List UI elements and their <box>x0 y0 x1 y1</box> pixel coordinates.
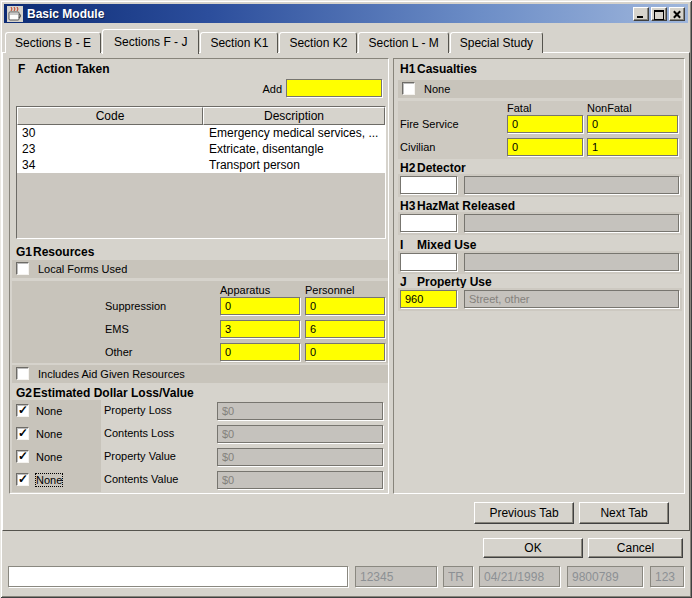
table-row[interactable]: 30 Emergency medical services, ... <box>17 125 385 141</box>
contents-value-row: None Contents Value <box>10 471 388 489</box>
right-group: H1Casualties None Fatal NonFatal Fire Se… <box>393 58 685 494</box>
table-empty-area <box>17 173 385 238</box>
suppression-personnel-input[interactable] <box>305 297 385 315</box>
property-use-code-input[interactable] <box>400 290 457 308</box>
property-loss-input[interactable] <box>217 402 383 420</box>
table-header-row: Code Description <box>17 107 385 125</box>
casualties-none-checkbox[interactable] <box>402 82 415 95</box>
mixed-use-row <box>398 251 682 274</box>
none-label: None <box>36 428 62 440</box>
tab-panel: FAction Taken Add Code Description 30 Em… <box>2 52 690 531</box>
table-row[interactable]: 34 Transport person <box>17 157 385 173</box>
ok-button[interactable]: OK <box>483 538 583 558</box>
includes-aid-strip: Includes Aid Given Resources <box>12 365 388 383</box>
tab-section-l-m[interactable]: Section L - M <box>358 32 448 53</box>
add-input[interactable] <box>286 79 382 97</box>
fire-service-label: Fire Service <box>400 118 459 130</box>
none-label: None <box>36 451 62 463</box>
casualties-none-strip: None <box>398 80 682 98</box>
suppression-apparatus-input[interactable] <box>220 297 300 315</box>
includes-aid-label: Includes Aid Given Resources <box>38 368 185 380</box>
property-use-heading: JProperty Use <box>400 275 492 289</box>
property-use-description-input[interactable] <box>464 290 679 308</box>
table-row[interactable]: 23 Extricate, disentangle <box>17 141 385 157</box>
table-header-code[interactable]: Code <box>17 107 203 125</box>
civilian-label: Civilian <box>400 141 435 153</box>
contents-loss-input[interactable] <box>217 425 383 443</box>
mixed-use-code-input[interactable] <box>400 253 457 271</box>
status-field-6[interactable] <box>650 566 684 587</box>
status-field-5[interactable] <box>567 566 643 587</box>
tab-section-k1[interactable]: Section K1 <box>200 32 278 53</box>
personnel-header: Personnel <box>305 284 355 296</box>
status-field-3[interactable] <box>443 566 473 587</box>
casualties-heading: H1Casualties <box>400 62 477 76</box>
add-label: Add <box>250 83 282 95</box>
mixed-use-heading: IMixed Use <box>400 238 476 252</box>
other-personnel-input[interactable] <box>305 343 385 361</box>
maximize-button[interactable] <box>651 7 667 21</box>
detector-description-input[interactable] <box>464 176 679 194</box>
detector-code-input[interactable] <box>400 176 457 194</box>
previous-tab-button[interactable]: Previous Tab <box>474 502 574 524</box>
ems-personnel-input[interactable] <box>305 320 385 338</box>
tab-sections-b-e[interactable]: Sections B - E <box>5 32 101 53</box>
civilian-nonfatal-input[interactable] <box>587 138 678 156</box>
local-forms-strip: Local Forms Used <box>12 260 388 278</box>
property-value-label: Property Value <box>104 450 176 462</box>
status-field-2[interactable] <box>355 566 437 587</box>
status-main-input[interactable] <box>8 566 348 587</box>
detector-heading: H2Detector <box>400 161 466 175</box>
action-taken-heading: FAction Taken <box>18 62 109 76</box>
property-value-input[interactable] <box>217 448 383 466</box>
fatal-header: Fatal <box>507 102 531 114</box>
next-tab-button[interactable]: Next Tab <box>579 502 669 524</box>
close-button[interactable] <box>669 7 685 21</box>
hazmat-code-input[interactable] <box>400 214 457 232</box>
other-label: Other <box>105 346 133 358</box>
table-body: 30 Emergency medical services, ... 23 Ex… <box>17 125 385 173</box>
property-loss-label: Property Loss <box>104 404 172 416</box>
window: Basic Module Sections B - E Sections F -… <box>0 0 692 598</box>
minimize-button[interactable] <box>633 7 649 21</box>
contents-loss-row: None Contents Loss <box>10 425 388 443</box>
none-label: None <box>36 405 62 417</box>
cancel-button[interactable]: Cancel <box>588 538 683 558</box>
dollar-loss-heading: G2Estimated Dollar Loss/Value <box>16 386 194 400</box>
local-forms-label: Local Forms Used <box>38 263 127 275</box>
includes-aid-checkbox[interactable] <box>16 367 29 380</box>
property-value-row: None Property Value <box>10 448 388 466</box>
other-apparatus-input[interactable] <box>220 343 300 361</box>
mixed-use-description-input[interactable] <box>464 253 679 271</box>
civilian-fatal-input[interactable] <box>507 138 583 156</box>
contents-value-label: Contents Value <box>104 473 178 485</box>
status-field-4[interactable] <box>479 566 560 587</box>
property-value-none-checkbox[interactable] <box>16 450 29 463</box>
suppression-label: Suppression <box>105 300 166 312</box>
fire-service-nonfatal-input[interactable] <box>587 115 678 133</box>
local-forms-checkbox[interactable] <box>16 262 29 275</box>
action-taken-table: Code Description 30 Emergency medical se… <box>16 106 386 239</box>
casualties-grid: Fatal NonFatal Fire Service Civilian <box>398 101 682 159</box>
detector-row <box>398 174 682 197</box>
tab-sections-f-j[interactable]: Sections F - J <box>102 29 199 54</box>
app-icon <box>7 6 23 22</box>
ems-label: EMS <box>105 323 129 335</box>
contents-loss-none-checkbox[interactable] <box>16 427 29 440</box>
property-loss-none-checkbox[interactable] <box>16 404 29 417</box>
property-use-row <box>398 288 682 311</box>
contents-value-none-checkbox[interactable] <box>16 473 29 486</box>
property-loss-row: None Property Loss <box>10 402 388 420</box>
tab-section-k2[interactable]: Section K2 <box>279 32 357 53</box>
hazmat-description-input[interactable] <box>464 214 679 232</box>
resources-heading: G1Resources <box>16 245 94 259</box>
left-group: FAction Taken Add Code Description 30 Em… <box>9 58 389 494</box>
ems-apparatus-input[interactable] <box>220 320 300 338</box>
nonfatal-header: NonFatal <box>587 102 632 114</box>
tab-special-study[interactable]: Special Study <box>450 32 543 53</box>
hazmat-heading: H3HazMat Released <box>400 199 515 213</box>
contents-value-input[interactable] <box>217 471 383 489</box>
table-header-description[interactable]: Description <box>203 107 385 125</box>
fire-service-fatal-input[interactable] <box>507 115 583 133</box>
tab-strip: Sections B - E Sections F - J Section K1… <box>5 28 544 53</box>
